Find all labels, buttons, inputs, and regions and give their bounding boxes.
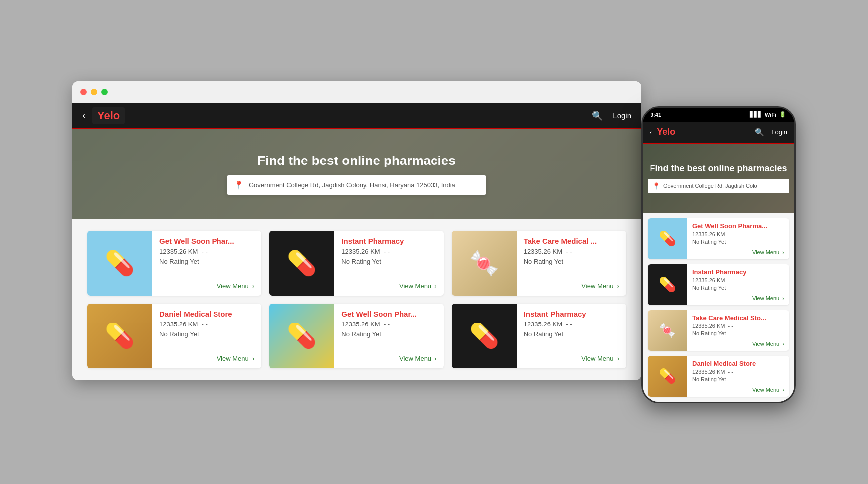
card-rating: No Rating Yet bbox=[159, 258, 254, 265]
card-rating: No Rating Yet bbox=[159, 330, 254, 338]
phone-screen: ‹ Yelo 🔍 Login Find the best online phar… bbox=[643, 122, 794, 402]
hero-search-input[interactable]: Government College Rd, Jagdish Colony, H… bbox=[249, 181, 455, 189]
battery-icon: 🔋 bbox=[779, 111, 786, 118]
phone-card-info: Daniel Medical Store 12335.26 KM - - No … bbox=[687, 356, 789, 397]
card-distance: 12335.26 KM - - bbox=[159, 248, 254, 255]
card-distance: 12335.26 KM - - bbox=[341, 248, 436, 255]
phone-view-menu-button[interactable]: View Menu › bbox=[692, 338, 784, 347]
minimize-button[interactable] bbox=[91, 89, 97, 95]
close-button[interactable] bbox=[80, 89, 87, 95]
phone-hero: Find the best online pharmacies 📍 Govern… bbox=[643, 144, 794, 213]
phone-view-menu-button[interactable]: View Menu › bbox=[692, 384, 784, 393]
view-menu-button[interactable]: View Menu › bbox=[524, 278, 619, 290]
phone-card-image: 💊 bbox=[648, 356, 687, 397]
card-distance: 12335.26 KM - - bbox=[341, 321, 436, 328]
location-pin-icon: 📍 bbox=[234, 180, 244, 190]
title-bar bbox=[72, 81, 641, 103]
card-rating: No Rating Yet bbox=[524, 258, 619, 265]
listings-grid: 💊 Get Well Soon Phar... 12335.26 KM - - … bbox=[72, 219, 641, 380]
hero-search-bar[interactable]: 📍 Government College Rd, Jagdish Colony,… bbox=[227, 175, 486, 195]
phone-listings: 💊 Get Well Soon Pharma... 12335.26 KM - … bbox=[643, 213, 794, 402]
view-menu-button[interactable]: View Menu › bbox=[524, 351, 619, 362]
phone-nav-right: 🔍 Login bbox=[755, 128, 787, 137]
phone-card-name: Get Well Soon Pharma... bbox=[692, 222, 784, 230]
phone-card-image: 💊 bbox=[648, 264, 687, 305]
phone-card-distance: 12335.26 KM - - bbox=[692, 369, 784, 375]
nav-left: ‹ Yelo bbox=[82, 107, 125, 124]
navbar: ‹ Yelo 🔍 Login bbox=[72, 103, 641, 129]
pharmacy-card: 💊 Instant Pharmacy 12335.26 KM - - No Ra… bbox=[269, 231, 443, 296]
card-image: 💊 bbox=[452, 304, 517, 368]
phone-pharmacy-card: 💊 Daniel Medical Store 12335.26 KM - - N… bbox=[648, 356, 789, 397]
card-info: Instant Pharmacy 12335.26 KM - - No Rati… bbox=[334, 231, 443, 296]
phone-search-input[interactable]: Government College Rd, Jagdish Colo bbox=[663, 183, 757, 189]
phone-back-icon[interactable]: ‹ bbox=[650, 128, 652, 137]
phone-card-name: Daniel Medical Store bbox=[692, 360, 784, 367]
card-info: Get Well Soon Phar... 12335.26 KM - - No… bbox=[152, 231, 261, 296]
hero-title: Find the best online pharmacies bbox=[257, 153, 455, 168]
wifi-icon: WiFi bbox=[765, 112, 776, 118]
phone-card-info: Get Well Soon Pharma... 12335.26 KM - - … bbox=[687, 218, 789, 259]
card-info: Daniel Medical Store 12335.26 KM - - No … bbox=[152, 304, 261, 368]
phone-card-name: Take Care Medical Sto... bbox=[692, 314, 784, 322]
card-image: 💊 bbox=[87, 231, 152, 296]
phone-pharmacy-card: 💊 Get Well Soon Pharma... 12335.26 KM - … bbox=[648, 218, 789, 259]
card-image: 🍬 bbox=[452, 231, 517, 296]
phone-logo[interactable]: Yelo bbox=[657, 127, 675, 137]
pharmacy-card: 💊 Instant Pharmacy 12335.26 KM - - No Ra… bbox=[452, 304, 626, 368]
view-menu-button[interactable]: View Menu › bbox=[341, 278, 436, 290]
card-rating: No Rating Yet bbox=[341, 330, 436, 338]
phone-card-rating: No Rating Yet bbox=[692, 285, 784, 291]
view-menu-button[interactable]: View Menu › bbox=[159, 278, 254, 290]
card-info: Instant Pharmacy 12335.26 KM - - No Rati… bbox=[517, 304, 626, 368]
phone-card-image: 🍬 bbox=[648, 310, 687, 351]
view-menu-button[interactable]: View Menu › bbox=[159, 351, 254, 362]
phone-card-distance: 12335.26 KM - - bbox=[692, 231, 784, 237]
phone-card-distance: 12335.26 KM - - bbox=[692, 277, 784, 283]
maximize-button[interactable] bbox=[101, 89, 108, 95]
card-name: Take Care Medical ... bbox=[524, 237, 619, 245]
login-button[interactable]: Login bbox=[613, 111, 631, 120]
phone-time: 9:41 bbox=[651, 112, 661, 118]
pharmacy-card: 💊 Get Well Soon Phar... 12335.26 KM - - … bbox=[87, 231, 261, 296]
view-menu-button[interactable]: View Menu › bbox=[341, 351, 436, 362]
logo[interactable]: Yelo bbox=[92, 107, 125, 124]
phone-card-image: 💊 bbox=[648, 218, 687, 259]
phone-card-info: Instant Pharmacy 12335.26 KM - - No Rati… bbox=[687, 264, 789, 305]
desktop-window: ‹ Yelo 🔍 Login Find the best online phar… bbox=[72, 81, 641, 380]
phone-view-menu-button[interactable]: View Menu › bbox=[692, 292, 784, 301]
card-rating: No Rating Yet bbox=[341, 258, 436, 265]
card-name: Instant Pharmacy bbox=[341, 237, 436, 245]
phone-wrapper: 9:41 ▋▋▋ WiFi 🔋 ‹ Yelo bbox=[651, 91, 796, 403]
card-name: Instant Pharmacy bbox=[524, 310, 619, 318]
signal-icon: ▋▋▋ bbox=[750, 111, 762, 118]
phone-view-menu-button[interactable]: View Menu › bbox=[692, 246, 784, 255]
card-name: Daniel Medical Store bbox=[159, 310, 254, 318]
phone-card-rating: No Rating Yet bbox=[692, 239, 784, 245]
card-image: 💊 bbox=[269, 231, 334, 296]
hero-content: Find the best online pharmacies 📍 Govern… bbox=[72, 153, 641, 195]
phone-pharmacy-card: 🍬 Take Care Medical Sto... 12335.26 KM -… bbox=[648, 310, 789, 351]
phone-location-pin-icon: 📍 bbox=[652, 182, 660, 190]
card-info: Get Well Soon Phar... 12335.26 KM - - No… bbox=[334, 304, 443, 368]
phone-device: 9:41 ▋▋▋ WiFi 🔋 ‹ Yelo bbox=[641, 106, 796, 403]
phone-search-icon[interactable]: 🔍 bbox=[755, 128, 764, 137]
phone-status-icons: ▋▋▋ WiFi 🔋 bbox=[750, 111, 786, 118]
phone-card-info: Take Care Medical Sto... 12335.26 KM - -… bbox=[687, 310, 789, 351]
card-image: 💊 bbox=[87, 304, 152, 368]
phone-status-bar: 9:41 ▋▋▋ WiFi 🔋 bbox=[643, 108, 794, 122]
search-icon[interactable]: 🔍 bbox=[592, 110, 603, 121]
phone-search-bar[interactable]: 📍 Government College Rd, Jagdish Colo bbox=[648, 179, 789, 193]
phone-pharmacy-card: 💊 Instant Pharmacy 12335.26 KM - - No Ra… bbox=[648, 264, 789, 305]
card-info: Take Care Medical ... 12335.26 KM - - No… bbox=[517, 231, 626, 296]
card-rating: No Rating Yet bbox=[524, 330, 619, 338]
phone-hero-title: Find the best online pharmacies bbox=[650, 163, 787, 174]
card-distance: 12335.26 KM - - bbox=[159, 321, 254, 328]
card-distance: 12335.26 KM - - bbox=[524, 248, 619, 255]
back-icon[interactable]: ‹ bbox=[82, 110, 85, 121]
card-image: 💊 bbox=[269, 304, 334, 368]
phone-card-rating: No Rating Yet bbox=[692, 330, 784, 336]
phone-login-button[interactable]: Login bbox=[771, 128, 787, 136]
nav-right: 🔍 Login bbox=[592, 110, 631, 121]
phone-card-name: Instant Pharmacy bbox=[692, 268, 784, 276]
